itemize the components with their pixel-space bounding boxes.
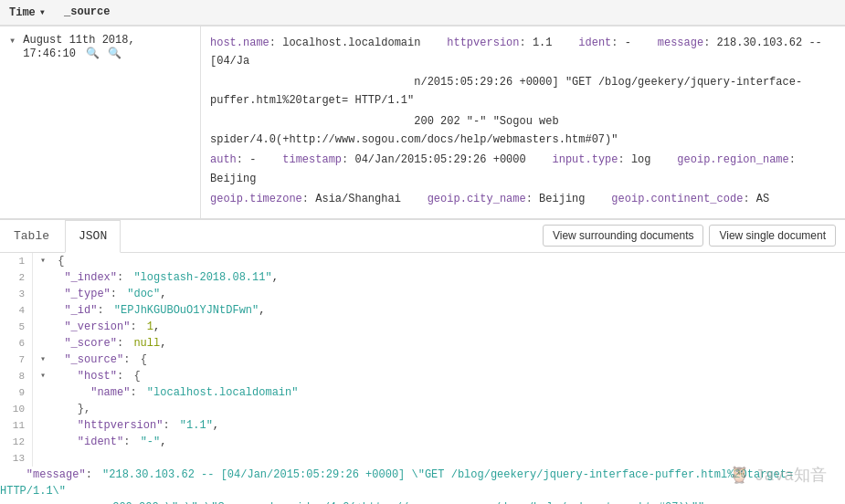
sort-icon[interactable]: ▾ xyxy=(39,5,46,19)
line-number: 13 xyxy=(0,450,33,467)
tab-action-buttons: View surrounding documents View single d… xyxy=(543,225,845,247)
tab-json[interactable]: JSON xyxy=(65,220,121,253)
line-number: 1 xyxy=(0,253,33,269)
json-content: 1 ▾ { 2 "_index": "logstash-2018.08.11",… xyxy=(0,253,845,504)
line-number: 10 xyxy=(0,401,33,417)
line-toggle xyxy=(40,269,51,286)
line-number: 6 xyxy=(0,335,33,352)
field-host-name: host.name xyxy=(210,37,269,49)
source-line-5: geoip.timezone: Asia/Shanghai geoip.city… xyxy=(210,190,836,208)
json-line: 7 ▾ "_source": { xyxy=(0,352,845,368)
tab-list: Table JSON xyxy=(0,219,122,252)
watermark-text: Java知音 xyxy=(755,464,827,486)
view-single-button[interactable]: View single document xyxy=(709,225,836,247)
line-number: 5 xyxy=(0,319,33,335)
header-section: Time ▾ _source ▾ August 11th 2018, 17:46… xyxy=(0,0,845,220)
source-column-header: _source xyxy=(55,0,845,26)
json-line: 4 "_id": "EPJhKGUBOuO1YJNtDFwn", xyxy=(0,302,845,319)
time-column-header[interactable]: Time ▾ xyxy=(0,0,55,26)
time-cell: ▾ August 11th 2018, 17:46:10 🔍 🔍 xyxy=(0,26,201,218)
source-line-3: 200 202 "-" "Sogou web spider/4.0(+http:… xyxy=(210,112,836,150)
line-number: 9 xyxy=(0,384,33,401)
json-line: 8 ▾ "host": { xyxy=(0,368,845,384)
line-toggle[interactable]: ▾ xyxy=(40,352,51,368)
time-header-label: Time xyxy=(9,6,36,19)
json-line: 1 ▾ { xyxy=(0,253,845,269)
line-number: 8 xyxy=(0,368,33,384)
data-row: ▾ August 11th 2018, 17:46:10 🔍 🔍 host.na… xyxy=(0,26,845,219)
watermark-icon: 🦉 xyxy=(729,465,749,485)
json-line: 2 "_index": "logstash-2018.08.11", xyxy=(0,269,845,286)
filter-add-icon[interactable]: 🔍 xyxy=(86,47,100,60)
json-line: 5 "_version": 1, xyxy=(0,319,845,335)
filter-remove-icon[interactable]: 🔍 xyxy=(108,47,121,60)
line-toggle[interactable]: ▾ xyxy=(40,368,51,384)
source-header-label: _source xyxy=(64,5,110,18)
watermark: 🦉 Java知音 xyxy=(729,464,827,486)
json-line: 10 }, xyxy=(0,401,845,417)
source-line-1: host.name: localhost.localdomain httpver… xyxy=(210,34,836,71)
line-toggle[interactable]: ▾ xyxy=(40,253,51,269)
tab-table[interactable]: Table xyxy=(0,219,63,252)
source-line-4: auth: - timestamp: 04/Jan/2015:05:29:26 … xyxy=(210,151,836,188)
source-line-2: n/2015:05:29:26 +0000] "GET /blog/geeker… xyxy=(210,73,836,110)
source-cell: host.name: localhost.localdomain httpver… xyxy=(201,26,845,218)
line-number: 7 xyxy=(0,352,33,368)
line-number: 2 xyxy=(0,269,33,286)
line-number: 3 xyxy=(0,286,33,302)
json-line: 13 "message": "218.30.103.62 -- [04/Jan/… xyxy=(0,450,845,504)
json-line: 12 "ident": "-", xyxy=(0,434,845,450)
json-line: 6 "_score": null, xyxy=(0,335,845,352)
json-line: 3 "_type": "doc", xyxy=(0,286,845,302)
json-line: 9 "name": "localhost.localdomain" xyxy=(0,384,845,401)
tab-bar: Table JSON View surrounding documents Vi… xyxy=(0,220,845,253)
line-number: 12 xyxy=(0,434,33,450)
row-toggle[interactable]: ▾ xyxy=(9,34,16,47)
view-surrounding-button[interactable]: View surrounding documents xyxy=(543,225,704,247)
line-number: 4 xyxy=(0,302,33,319)
line-number: 11 xyxy=(0,417,33,434)
json-line: 11 "httpversion": "1.1", xyxy=(0,417,845,434)
